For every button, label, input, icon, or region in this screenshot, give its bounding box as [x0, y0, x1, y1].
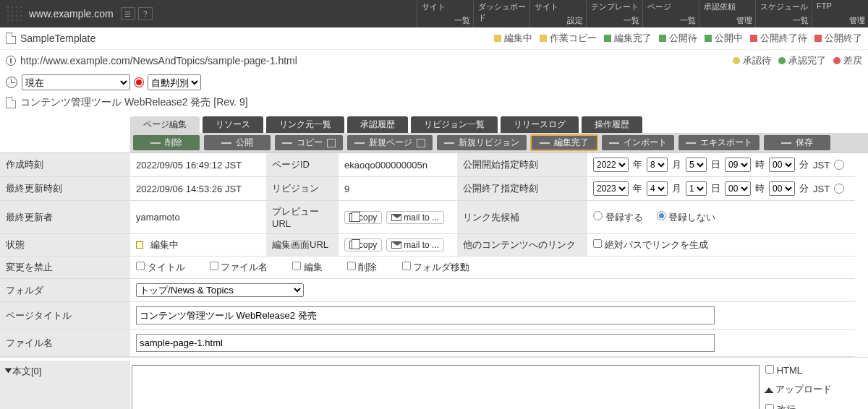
legend-item: 公開中: [705, 32, 743, 45]
upload-icon: [765, 387, 773, 392]
pubend-label: 公開終了指定時刻: [457, 177, 587, 201]
tab-リンク元一覧[interactable]: リンク元一覧: [266, 116, 344, 133]
pagetitle-label: ページタイトル: [0, 302, 130, 330]
revision-label: リビジョン: [266, 177, 339, 201]
legend-item: 差戻: [833, 54, 862, 67]
pagetitle-input[interactable]: [136, 306, 715, 324]
tab-リソース[interactable]: リソース: [203, 116, 263, 133]
editdone-button[interactable]: 編集完了: [531, 135, 597, 150]
pubend-year[interactable]: 2023: [593, 181, 629, 196]
protect-opt-フォルダ移動[interactable]: フォルダ移動: [402, 261, 470, 274]
register-yes[interactable]: 登録する: [593, 211, 643, 224]
preview-mail-button[interactable]: mail to ...: [386, 211, 444, 224]
legend-item: 作業コピー: [540, 32, 597, 45]
updated-label: 最終更新時刻: [0, 177, 130, 201]
pubstart-label: 公開開始指定時刻: [457, 153, 587, 177]
filename-input[interactable]: [136, 334, 715, 352]
nav-item-1[interactable]: ダッシュボード: [473, 0, 529, 27]
body-textarea[interactable]: [132, 365, 760, 409]
editurl-label: 編集画面URL: [266, 234, 339, 257]
page-long-title: コンテンツ管理ツール WebRelease2 発売 [Rev. 9]: [20, 96, 248, 109]
pubstart-day[interactable]: 5: [686, 158, 707, 172]
pubstart-field: 2022年 8月 5日 09時 00分 JST: [587, 153, 855, 177]
tab-ページ編集[interactable]: ページ編集: [130, 116, 200, 133]
editurl-mail-button[interactable]: mail to ...: [386, 238, 444, 251]
protect-opt-ファイル名[interactable]: ファイル名: [210, 261, 268, 274]
preview-copy-button[interactable]: copy: [344, 211, 382, 224]
app-logo: [6, 5, 23, 22]
newpage-button[interactable]: 新規ページ: [347, 135, 433, 150]
author-value: yamamoto: [130, 201, 266, 234]
delete-button[interactable]: 削除: [133, 135, 200, 150]
status-label: 状態: [0, 234, 130, 257]
legend-item: 承認待: [733, 54, 771, 67]
nav-item-3[interactable]: テンプレート一覧: [586, 0, 642, 27]
pubstart-min[interactable]: 00: [769, 158, 795, 172]
legend-item: 公開終了: [814, 32, 862, 45]
encoding-select[interactable]: 自動判別: [148, 74, 201, 90]
tab-リビジョン一覧[interactable]: リビジョン一覧: [411, 116, 498, 133]
body-label[interactable]: 本文[0]: [0, 361, 94, 382]
clock-icon[interactable]: [834, 184, 844, 194]
body-html-checkbox[interactable]: HTML: [765, 365, 832, 376]
pubstart-year[interactable]: 2022: [593, 158, 629, 172]
body-wrap-checkbox[interactable]: 改行: [765, 403, 832, 409]
protect-label: 変更を禁止: [0, 257, 130, 279]
linkcand-label: リンク先候補: [457, 201, 587, 234]
globe-icon: [6, 56, 16, 66]
pubend-min[interactable]: 00: [769, 181, 795, 196]
preview-label: プレビューURL: [266, 201, 339, 234]
folder-select[interactable]: トップ/News & Topics: [136, 283, 304, 297]
author-label: 最終更新者: [0, 201, 130, 234]
import-button[interactable]: インポート: [602, 135, 674, 150]
legend-item: 公開待: [659, 32, 697, 45]
pageid-value: ekaoqo000000005n: [339, 153, 457, 177]
body-upload-button[interactable]: アップロード: [765, 383, 832, 396]
pageid-label: ページID: [266, 153, 339, 177]
page-icon: [6, 97, 16, 108]
help-icon[interactable]: ?: [138, 7, 153, 20]
tab-リリースログ[interactable]: リリースログ: [501, 116, 579, 133]
tab-操作履歴[interactable]: 操作履歴: [582, 116, 642, 133]
mail-icon: [391, 241, 401, 249]
page-url: http://www.example.com/NewsAndTopics/sam…: [20, 55, 297, 66]
updated-value: 2022/09/06 14:53:26 JST: [130, 177, 266, 201]
pubend-hour[interactable]: 00: [725, 181, 751, 196]
template-icon: [6, 33, 16, 44]
copy-icon: [349, 241, 357, 249]
tab-承認履歴[interactable]: 承認履歴: [347, 116, 408, 133]
export-button[interactable]: エキスポート: [678, 135, 760, 150]
nav-item-0[interactable]: サイト一覧: [417, 0, 473, 27]
copy-icon: [349, 213, 357, 222]
time-select[interactable]: 現在: [22, 74, 130, 90]
pubstart-hour[interactable]: 09: [725, 158, 751, 172]
protect-opt-削除[interactable]: 削除: [347, 261, 378, 274]
status-value: 編集中: [130, 234, 266, 257]
revision-value: 9: [339, 177, 457, 201]
nav-item-7[interactable]: FTP管理: [812, 0, 868, 27]
legend-item: 編集中: [494, 32, 532, 45]
mail-icon: [391, 214, 401, 221]
nav-item-2[interactable]: サイト設定: [529, 0, 586, 27]
nav-item-6[interactable]: スケジュール一覧: [755, 0, 812, 27]
clock-icon: [6, 77, 17, 88]
abspath-checkbox[interactable]: 絶対パスでリンクを生成: [593, 238, 708, 251]
copy-button[interactable]: コピー: [275, 135, 343, 150]
nav-item-5[interactable]: 承認依頼管理: [699, 0, 755, 27]
toolbar-small-icon-1[interactable]: ☰: [121, 7, 135, 20]
protect-opt-タイトル[interactable]: タイトル: [136, 261, 185, 274]
nav-item-4[interactable]: ページ一覧: [642, 0, 699, 27]
protect-opt-編集[interactable]: 編集: [292, 261, 323, 274]
publish-button[interactable]: 公開: [204, 135, 271, 150]
save-button[interactable]: 保存: [764, 135, 830, 150]
editurl-copy-button[interactable]: copy: [344, 238, 382, 251]
folder-label: フォルダ: [0, 279, 130, 302]
pubend-day[interactable]: 1: [686, 181, 707, 196]
pubend-month[interactable]: 4: [647, 181, 668, 196]
newrevision-button[interactable]: 新規リビジョン: [437, 135, 527, 150]
clock-icon[interactable]: [834, 160, 844, 170]
created-value: 2022/09/05 16:49:12 JST: [130, 153, 266, 177]
register-no[interactable]: 登録しない: [657, 211, 716, 224]
chevron-down-icon: [5, 369, 12, 374]
pubstart-month[interactable]: 8: [647, 158, 668, 172]
